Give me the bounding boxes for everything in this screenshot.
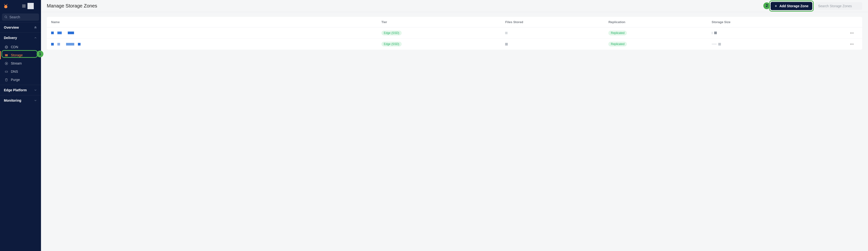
nav-section-edge[interactable]: Edge Platform [0, 85, 41, 95]
dns-icon [5, 70, 8, 73]
page-title: Manage Storage Zones [47, 3, 97, 9]
nav-item-purge[interactable]: Purge [0, 76, 41, 84]
svg-point-18 [851, 44, 852, 44]
more-horizontal-icon [850, 31, 854, 35]
content: Name Tier Files Stored Replication Stora… [41, 12, 868, 251]
obscured-block [68, 32, 74, 34]
obscured-block [28, 3, 34, 9]
bunny-logo-icon [3, 3, 8, 9]
obscured-block [51, 43, 54, 45]
obscured-block [51, 32, 54, 34]
search-icon [4, 15, 8, 19]
svg-rect-9 [5, 71, 8, 72]
svg-point-0 [5, 16, 7, 18]
storage-zones-table: Name Tier Files Stored Replication Stora… [47, 17, 862, 49]
globe-icon [5, 45, 8, 49]
col-name: Name [51, 20, 381, 24]
add-storage-zone-button[interactable]: Add Storage Zone [771, 2, 812, 10]
callout-badge-1: 1 [37, 50, 43, 57]
replication-badge: Replicated [608, 31, 627, 35]
svg-marker-8 [6, 63, 7, 64]
obscured-block [712, 44, 717, 44]
sidebar: Search Overview Delivery CDN Storage Str… [0, 0, 41, 251]
obscured-block [57, 32, 62, 34]
row-actions-button[interactable] [846, 31, 858, 35]
nav-section-overview[interactable]: Overview [0, 23, 41, 33]
chevron-down-icon [34, 99, 37, 102]
name-cell [51, 32, 381, 34]
nav-item-cdn[interactable]: CDN [0, 43, 41, 51]
col-files: Files Stored [505, 20, 608, 24]
sidebar-search-label: Search [9, 15, 20, 19]
col-size: Storage Size [712, 20, 846, 24]
nav-section-monitoring[interactable]: Monitoring [0, 96, 41, 106]
obscured-block [712, 32, 712, 34]
main: Manage Storage Zones Add Storage Zone 2 … [41, 0, 868, 251]
tier-badge: Edge (SSD) [381, 42, 402, 46]
nav-item-dns[interactable]: DNS [0, 67, 41, 76]
svg-line-1 [6, 17, 7, 18]
svg-point-15 [851, 33, 852, 33]
callout-badge-2: 2 [763, 2, 770, 9]
table-header: Name Tier Files Stored Replication Stora… [47, 17, 862, 28]
sidebar-search[interactable]: Search [2, 13, 39, 21]
storage-icon [5, 53, 8, 57]
col-replication: Replication [608, 20, 712, 24]
replication-badge: Replicated [608, 42, 627, 46]
sidebar-header [0, 0, 41, 12]
nav-item-stream[interactable]: Stream [0, 59, 41, 67]
search-zones-input[interactable] [818, 4, 860, 8]
more-horizontal-icon [850, 42, 854, 46]
search-zones-input-wrap[interactable] [815, 2, 862, 10]
header-actions: Add Storage Zone 2 [771, 2, 862, 10]
chevron-up-icon [34, 36, 37, 39]
svg-point-16 [853, 33, 854, 33]
obscured-block [22, 4, 26, 8]
nav-section-delivery[interactable]: Delivery [0, 33, 41, 43]
svg-rect-5 [5, 54, 8, 55]
play-icon [5, 62, 8, 65]
table-row[interactable]: Edge (SSD) Replicated [47, 28, 862, 39]
row-actions-button[interactable] [846, 42, 858, 46]
nav-item-storage[interactable]: Storage [0, 51, 41, 59]
obscured-block [718, 43, 721, 45]
plus-icon [774, 5, 777, 7]
obscured-block [66, 43, 74, 45]
svg-point-19 [853, 44, 854, 44]
obscured-block [505, 32, 507, 34]
col-tier: Tier [381, 20, 505, 24]
home-icon [34, 26, 37, 29]
svg-rect-6 [5, 56, 8, 56]
obscured-block [505, 43, 508, 45]
trash-icon [5, 78, 8, 82]
chevron-down-icon [34, 88, 37, 92]
svg-point-17 [850, 44, 851, 44]
table-row[interactable]: Edge (SSD) Replicated [47, 39, 862, 49]
obscured-block [78, 43, 81, 45]
obscured-block [714, 32, 717, 34]
name-cell [51, 43, 381, 45]
page-header: Manage Storage Zones Add Storage Zone 2 [41, 0, 868, 12]
obscured-block [57, 43, 60, 45]
tier-badge: Edge (SSD) [381, 31, 402, 35]
svg-point-14 [850, 33, 851, 33]
